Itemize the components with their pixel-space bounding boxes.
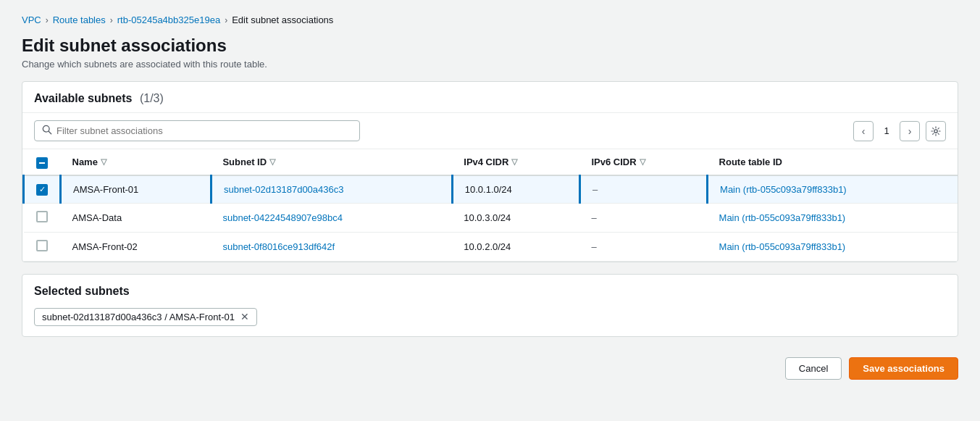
row-ipv4: 10.0.2.0/24 — [452, 232, 579, 261]
row-ipv4: 10.0.3.0/24 — [452, 203, 579, 232]
page-title: Edit subnet associations — [22, 36, 958, 56]
breadcrumb-sep-2: › — [110, 15, 113, 25]
row-ipv4: 10.0.1.0/24 — [452, 175, 579, 203]
row-ipv6: – — [579, 232, 707, 261]
search-bar-row: ‹ 1 › — [22, 113, 958, 149]
breadcrumb: VPC › Route tables › rtb-05245a4bb325e19… — [22, 14, 958, 25]
subnets-table: Name ▽ Subnet ID ▽ IPv4 CIDR ▽ — [22, 149, 958, 262]
row-subnet-id-link-2[interactable]: subnet-0f8016ce913df642f — [222, 241, 335, 252]
save-associations-button[interactable]: Save associations — [849, 357, 958, 380]
page-subtitle: Change which subnets are associated with… — [22, 59, 958, 70]
available-subnets-count: (1/3) — [140, 92, 164, 104]
selected-subnets-card: Selected subnets subnet-02d13187d00a436c… — [22, 274, 958, 337]
table-head: Name ▽ Subnet ID ▽ IPv4 CIDR ▽ — [24, 149, 958, 175]
table-body: AMSA-Front-01subnet-02d13187d00a436c310.… — [24, 175, 958, 261]
breadcrumb-route-tables[interactable]: Route tables — [53, 14, 106, 25]
subnet-tag-remove-0[interactable]: ✕ — [240, 312, 249, 322]
row-checkbox-cell — [24, 203, 61, 232]
th-checkbox — [24, 149, 61, 175]
row-route-link-2[interactable]: Main (rtb-055c093a79ff833b1) — [719, 241, 846, 252]
breadcrumb-sep-1: › — [46, 15, 49, 25]
th-ipv4: IPv4 CIDR ▽ — [452, 149, 579, 175]
search-icon — [42, 125, 52, 137]
row-name: AMSA-Front-01 — [61, 175, 212, 203]
select-all-checkbox[interactable] — [36, 157, 48, 169]
th-ipv6-label: IPv6 CIDR — [591, 157, 636, 167]
table-row: AMSA-Datasubnet-04224548907e98bc410.0.3.… — [24, 203, 958, 232]
available-subnets-title-text: Available subnets — [34, 92, 132, 104]
row-subnet-id-link-0[interactable]: subnet-02d13187d00a436c3 — [224, 184, 344, 195]
row-checkbox-cell — [24, 175, 61, 203]
th-subnet-id-label: Subnet ID — [222, 157, 267, 167]
prev-page-button[interactable]: ‹ — [853, 121, 874, 141]
search-input-wrapper — [34, 120, 360, 141]
pagination-controls: ‹ 1 › — [853, 121, 946, 141]
th-ipv6: IPv6 CIDR ▽ — [579, 149, 707, 175]
subnet-id-sort-icon[interactable]: ▽ — [269, 157, 275, 167]
row-subnet-id: subnet-04224548907e98bc4 — [211, 203, 452, 232]
row-route-link-1[interactable]: Main (rtb-055c093a79ff833b1) — [719, 212, 846, 223]
ipv6-sort-icon[interactable]: ▽ — [640, 157, 645, 167]
selected-subnets-title: Selected subnets — [34, 285, 946, 298]
th-ipv4-label: IPv4 CIDR — [464, 157, 508, 167]
row-subnet-id: subnet-02d13187d00a436c3 — [211, 175, 452, 203]
subnet-tag-label: subnet-02d13187d00a436c3 / AMSA-Front-01 — [42, 312, 235, 322]
row-route-table-id: Main (rtb-055c093a79ff833b1) — [708, 232, 958, 261]
selected-subnets-tags: subnet-02d13187d00a436c3 / AMSA-Front-01… — [34, 308, 946, 326]
table-row: AMSA-Front-02subnet-0f8016ce913df642f10.… — [24, 232, 958, 261]
th-name-label: Name — [72, 157, 98, 167]
row-name: AMSA-Data — [61, 203, 212, 232]
breadcrumb-current: Edit subnet associations — [232, 14, 333, 25]
name-sort-icon[interactable]: ▽ — [101, 157, 106, 167]
row-subnet-id-link-1[interactable]: subnet-04224548907e98bc4 — [222, 212, 343, 223]
available-subnets-title: Available subnets (1/3) — [34, 92, 164, 104]
settings-button[interactable] — [926, 121, 946, 141]
row-subnet-id: subnet-0f8016ce913df642f — [211, 232, 452, 261]
svg-line-1 — [49, 131, 51, 134]
row-ipv6: – — [579, 203, 707, 232]
search-input[interactable] — [56, 125, 352, 136]
table-row: AMSA-Front-01subnet-02d13187d00a436c310.… — [24, 175, 958, 203]
row-checkbox-cell — [24, 232, 61, 261]
th-subnet-id: Subnet ID ▽ — [211, 149, 452, 175]
row-checkbox-0[interactable] — [36, 184, 48, 196]
row-route-table-id: Main (rtb-055c093a79ff833b1) — [708, 175, 958, 203]
footer-actions: Cancel Save associations — [22, 349, 958, 383]
available-subnets-header: Available subnets (1/3) — [22, 82, 958, 113]
cancel-button[interactable]: Cancel — [785, 357, 842, 380]
svg-point-2 — [934, 129, 937, 132]
row-ipv6: – — [579, 175, 707, 203]
page-number: 1 — [879, 125, 894, 136]
next-page-button[interactable]: › — [900, 121, 920, 141]
ipv4-sort-icon[interactable]: ▽ — [511, 157, 517, 167]
row-route-link-0[interactable]: Main (rtb-055c093a79ff833b1) — [720, 184, 847, 195]
row-checkbox-2[interactable] — [36, 240, 48, 251]
th-route-table-id: Route table ID — [708, 149, 958, 175]
row-route-table-id: Main (rtb-055c093a79ff833b1) — [708, 203, 958, 232]
row-checkbox-1[interactable] — [36, 211, 48, 222]
breadcrumb-sep-3: › — [225, 15, 227, 25]
breadcrumb-rtb[interactable]: rtb-05245a4bb325e19ea — [117, 14, 220, 25]
row-name: AMSA-Front-02 — [61, 232, 212, 261]
breadcrumb-vpc[interactable]: VPC — [22, 14, 41, 25]
th-route-table-id-label: Route table ID — [719, 157, 782, 167]
subnet-tag-0: subnet-02d13187d00a436c3 / AMSA-Front-01… — [34, 308, 257, 326]
available-subnets-card: Available subnets (1/3) ‹ 1 › — [22, 81, 958, 262]
th-name: Name ▽ — [61, 149, 212, 175]
